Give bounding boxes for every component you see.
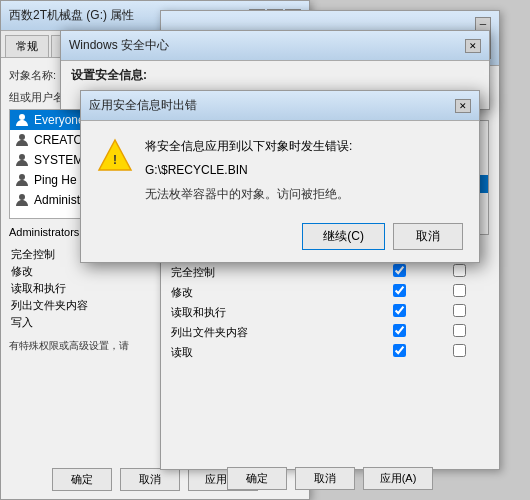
perm-apply-button[interactable]: 应用(A) [363, 467, 434, 490]
alert-title-bar: 应用安全信息时出错 ✕ [81, 91, 479, 121]
alert-text-area: 将安全信息应用到以下对象时发生错误: G:\$RECYCLE.BIN 无法枚举容… [145, 137, 463, 203]
perm-check-listdir-deny[interactable] [453, 324, 466, 337]
perm-label-read: 读取 [171, 345, 369, 360]
alert-title: 应用安全信息时出错 [89, 97, 197, 114]
perm-table-row-readexec: 读取和执行 [171, 302, 489, 322]
perm-win-bottom-buttons: 确定 取消 应用(A) [160, 467, 500, 490]
sec-window-content: 设置安全信息: [61, 61, 489, 90]
svg-point-2 [19, 154, 25, 160]
perm-cancel-button[interactable]: 取消 [295, 467, 355, 490]
perm-check-modify-allow[interactable] [393, 284, 406, 297]
user-icon-pinghe [14, 172, 30, 188]
alert-dialog: 应用安全信息时出错 ✕ ! 将安全信息应用到以下对象时发生错误: G:\$REC… [80, 90, 480, 263]
perm-allow-read [369, 344, 429, 360]
perm-check-full-allow[interactable] [393, 264, 406, 277]
warning-icon: ! [97, 137, 133, 173]
perm-allow-readexec [369, 304, 429, 320]
perm-check-full-deny[interactable] [453, 264, 466, 277]
alert-content-area: ! 将安全信息应用到以下对象时发生错误: G:\$RECYCLE.BIN 无法枚… [81, 121, 479, 215]
alert-continue-button[interactable]: 继续(C) [302, 223, 385, 250]
perm-label-readexec: 读取和执行 [171, 305, 369, 320]
sec-title-bar: Windows 安全中心 ✕ [61, 31, 489, 61]
perm-table-row-modify: 修改 [171, 282, 489, 302]
perm-deny-read [429, 344, 489, 360]
user-icon-system [14, 152, 30, 168]
alert-path-text: G:\$RECYCLE.BIN [145, 163, 463, 177]
perm-allow-modify [369, 284, 429, 300]
user-name-everyone: Everyone [34, 113, 85, 127]
user-icon-admin [14, 192, 30, 208]
perm-deny-full [429, 264, 489, 280]
svg-point-1 [19, 134, 25, 140]
perm-label-full: 完全控制 [171, 265, 369, 280]
perm-check-listdir-allow[interactable] [393, 324, 406, 337]
perm-allow-full [369, 264, 429, 280]
perm-table-row-read: 读取 [171, 342, 489, 362]
perm-deny-readexec [429, 304, 489, 320]
user-icon-creator [14, 132, 30, 148]
properties-title: 西数2T机械盘 (G:) 属性 [9, 7, 134, 24]
alert-buttons: 继续(C) 取消 [81, 215, 479, 262]
alert-cancel-button[interactable]: 取消 [393, 223, 463, 250]
perm-check-readexec-deny[interactable] [453, 304, 466, 317]
sec-window-title: Windows 安全中心 [69, 37, 169, 54]
perm-deny-modify [429, 284, 489, 300]
perm-allow-listdir [369, 324, 429, 340]
perm-check-read-allow[interactable] [393, 344, 406, 357]
perm-ok-button[interactable]: 确定 [227, 467, 287, 490]
perm-minimize-button[interactable]: ─ [475, 17, 491, 31]
perm-label-listdir: 列出文件夹内容 [171, 325, 369, 340]
alert-window-controls: ✕ [455, 99, 471, 113]
perm-check-readexec-allow[interactable] [393, 304, 406, 317]
perm-table-row-full: 完全控制 [171, 262, 489, 282]
perm-label-modify: 修改 [171, 285, 369, 300]
sec-close-button[interactable]: ✕ [465, 39, 481, 53]
user-name-system: SYSTEM [34, 153, 83, 167]
perm-table-row-listdir: 列出文件夹内容 [171, 322, 489, 342]
tab-general[interactable]: 常规 [5, 35, 49, 57]
perm-check-modify-deny[interactable] [453, 284, 466, 297]
svg-point-0 [19, 114, 25, 120]
spacer [171, 362, 489, 370]
user-icon-everyone [14, 112, 30, 128]
alert-main-text: 将安全信息应用到以下对象时发生错误: [145, 137, 463, 155]
alert-sub-text: 无法枚举容器中的对象。访问被拒绝。 [145, 185, 463, 203]
perm-check-read-deny[interactable] [453, 344, 466, 357]
svg-point-3 [19, 174, 25, 180]
svg-text:!: ! [113, 153, 117, 167]
sec-content-text: 设置安全信息: [71, 68, 147, 82]
alert-close-button[interactable]: ✕ [455, 99, 471, 113]
bg-ok-button[interactable]: 确定 [52, 468, 112, 491]
svg-point-4 [19, 194, 25, 200]
sec-window-controls: ✕ [465, 39, 481, 53]
perm-deny-listdir [429, 324, 489, 340]
object-label: 对象名称: [9, 68, 64, 83]
